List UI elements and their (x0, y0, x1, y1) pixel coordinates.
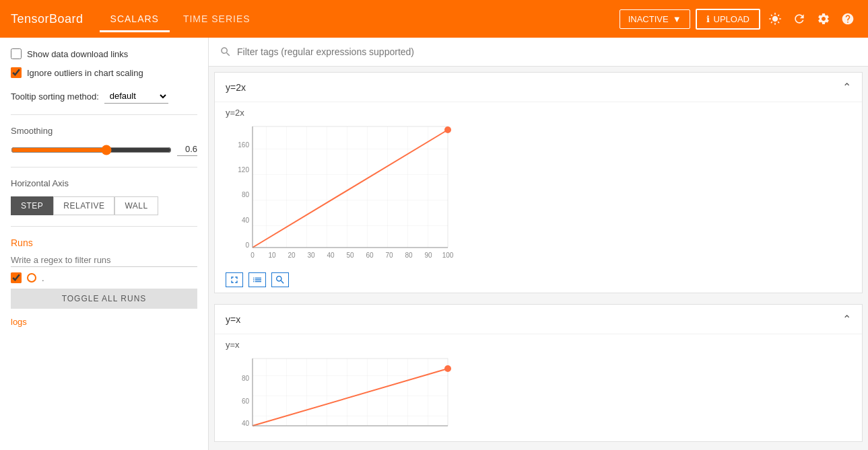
main-layout: Show data download links Ignore outliers… (0, 38, 868, 450)
horizontal-axis-section: Horizontal Axis STEP RELATIVE WALL (11, 178, 197, 215)
chevron-down-icon: ▼ (673, 14, 681, 24)
smoothing-slider[interactable] (11, 145, 172, 155)
chart-y2x-subtitle: y=2x (215, 102, 862, 123)
logs-link[interactable]: logs (11, 317, 197, 327)
run-checkbox[interactable] (11, 272, 22, 283)
chart-yx-svg: 40 60 80 (226, 355, 455, 436)
brightness-icon (768, 12, 782, 26)
ignore-outliers-row: Ignore outliers in chart scaling (11, 67, 197, 78)
app-header: TensorBoard SCALARS TIME SERIES INACTIVE… (0, 0, 868, 38)
svg-text:30: 30 (307, 252, 315, 259)
settings-icon-button[interactable] (814, 9, 833, 28)
runs-filter-input[interactable] (11, 254, 197, 267)
chart-yx-collapse-button[interactable]: ⌃ (842, 313, 851, 326)
ignore-outliers-checkbox[interactable] (11, 67, 22, 78)
runs-title[interactable]: Runs (11, 237, 197, 248)
svg-rect-21 (253, 359, 448, 426)
svg-text:120: 120 (238, 166, 249, 174)
header-right: INACTIVE ▼ ℹ UPLOAD (620, 9, 857, 30)
settings-icon (817, 12, 830, 26)
svg-text:40: 40 (242, 420, 250, 427)
smoothing-value: 0.6 (177, 144, 197, 156)
chart-yx: y=x ⌃ y=x 40 60 80 (214, 304, 863, 442)
axis-wall-button[interactable]: WALL (114, 196, 158, 215)
upload-button[interactable]: ℹ UPLOAD (696, 9, 760, 30)
nav-scalars[interactable]: SCALARS (100, 8, 170, 30)
status-dropdown[interactable]: INACTIVE ▼ (620, 9, 690, 29)
chart-y2x-list-button[interactable] (248, 272, 266, 287)
svg-text:80: 80 (405, 252, 413, 259)
chart-y2x-collapse-button[interactable]: ⌃ (842, 81, 851, 93)
chart-yx-body: 40 60 80 (215, 355, 862, 441)
divider-1 (11, 114, 197, 115)
svg-text:20: 20 (288, 252, 296, 259)
chart-y2x-header: y=2x ⌃ (215, 73, 862, 102)
axis-relative-button[interactable]: RELATIVE (53, 196, 114, 215)
smoothing-row: 0.6 (11, 144, 197, 156)
info-icon: ℹ (706, 14, 710, 24)
tooltip-row: Tooltip sorting method: default ascendin… (11, 89, 197, 104)
show-download-label: Show data download links (27, 49, 128, 59)
toggle-all-runs-button[interactable]: TOGGLE ALL RUNS (11, 289, 197, 309)
chart-yx-subtitle: y=x (215, 334, 862, 355)
chart-y2x: y=2x ⌃ y=2x 0 40 80 (214, 72, 863, 293)
svg-text:100: 100 (442, 252, 454, 259)
app-logo: TensorBoard (11, 12, 84, 26)
chart-y2x-expand-button[interactable] (226, 272, 243, 287)
chart-y2x-zoom-button[interactable] (271, 272, 289, 287)
chart-y2x-svg: 0 40 80 120 160 0 10 20 30 40 50 60 70 8… (226, 123, 455, 264)
tooltip-select[interactable]: default ascending descending nearest (104, 89, 168, 104)
search-icon (220, 46, 232, 58)
smoothing-section: Smoothing 0.6 (11, 126, 197, 156)
svg-text:60: 60 (242, 398, 250, 405)
svg-text:90: 90 (424, 252, 432, 259)
svg-text:160: 160 (238, 141, 249, 149)
svg-text:50: 50 (346, 252, 354, 259)
run-item: . (11, 272, 197, 283)
svg-point-26 (444, 365, 451, 372)
run-circle-icon (27, 273, 36, 283)
status-label: INACTIVE (628, 14, 669, 24)
svg-text:70: 70 (385, 252, 393, 259)
divider-3 (11, 226, 197, 227)
nav-time-series[interactable]: TIME SERIES (172, 8, 261, 30)
svg-text:0: 0 (245, 241, 249, 249)
help-icon-button[interactable] (838, 9, 857, 28)
show-download-checkbox[interactable] (11, 48, 22, 59)
refresh-icon-button[interactable] (790, 9, 809, 28)
show-download-row: Show data download links (11, 48, 197, 59)
ignore-outliers-label: Ignore outliers in chart scaling (27, 68, 143, 78)
svg-text:60: 60 (366, 252, 374, 259)
filter-input[interactable] (237, 46, 857, 57)
smoothing-label: Smoothing (11, 126, 197, 136)
refresh-icon (793, 12, 806, 26)
chart-y2x-body: 0 40 80 120 160 0 10 20 30 40 50 60 70 8… (215, 123, 862, 270)
content-area: y=2x ⌃ y=2x 0 40 80 (209, 38, 868, 450)
main-nav: SCALARS TIME SERIES (100, 8, 261, 30)
brightness-icon-button[interactable] (766, 9, 784, 28)
chart-yx-title: y=x (226, 314, 240, 325)
runs-section: Runs . TOGGLE ALL RUNS (11, 237, 197, 309)
tooltip-label: Tooltip sorting method: (11, 91, 99, 102)
svg-text:10: 10 (268, 252, 276, 259)
chart-y2x-footer (215, 270, 862, 293)
svg-text:40: 40 (327, 252, 335, 259)
horizontal-axis-label: Horizontal Axis (11, 178, 197, 188)
divider-2 (11, 167, 197, 167)
filter-bar (209, 38, 868, 67)
help-icon (841, 12, 855, 26)
svg-text:40: 40 (242, 217, 250, 224)
axis-buttons: STEP RELATIVE WALL (11, 196, 197, 215)
run-dot-label: . (42, 273, 44, 283)
svg-point-18 (444, 126, 451, 133)
sidebar: Show data download links Ignore outliers… (0, 38, 209, 450)
svg-text:80: 80 (242, 191, 250, 198)
svg-text:0: 0 (251, 252, 255, 259)
axis-step-button[interactable]: STEP (11, 196, 53, 215)
chart-yx-header: y=x ⌃ (215, 305, 862, 334)
chart-y2x-title: y=2x (226, 82, 246, 93)
svg-text:80: 80 (242, 375, 250, 382)
